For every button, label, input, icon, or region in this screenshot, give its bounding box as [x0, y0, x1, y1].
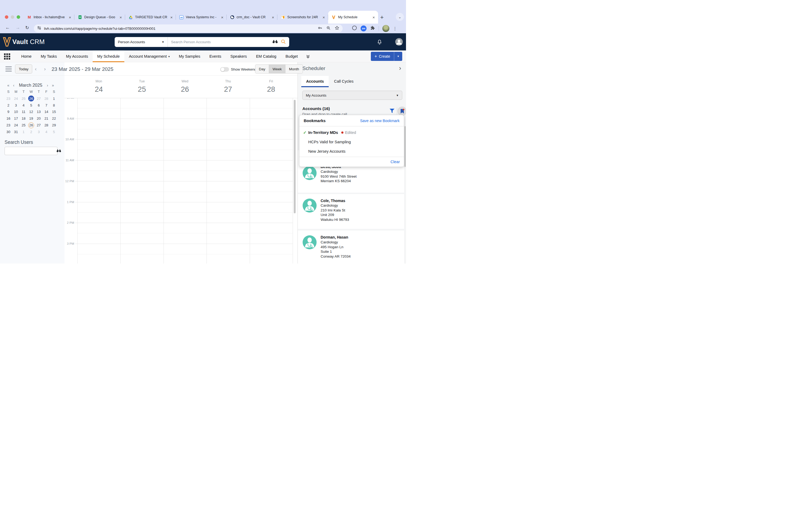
date-range-title: 23 Mar 2025 - 29 Mar 2025	[52, 66, 113, 72]
time-label: 2 PM	[62, 221, 74, 224]
today-button[interactable]: Today	[15, 64, 32, 74]
time-label: 10 AM	[62, 138, 74, 141]
account-specialty: Cardiology	[321, 240, 338, 244]
bookmark-item[interactable]: HCPs Valid for Sampling	[300, 139, 404, 145]
toolbar-divider	[0, 75, 298, 76]
prev-week-icon[interactable]: ‹	[35, 66, 37, 72]
calendar-scrollbar[interactable]	[294, 100, 296, 213]
day-number: 28	[250, 85, 293, 94]
view-week-button[interactable]: Week	[269, 65, 285, 73]
account-specialty: Cardiology	[321, 204, 338, 207]
bookmarks-popup: Bookmarks Save as new Bookmark ✓In-Terri…	[299, 115, 404, 167]
day-name: Tue	[120, 79, 163, 83]
account-name: Dorman, Hasan	[321, 235, 348, 239]
day-name: Mon	[77, 79, 120, 83]
calendar-menu-icon[interactable]	[5, 66, 12, 73]
scheduler-title: Scheduler	[302, 65, 325, 71]
accounts-count: Accounts (16)	[302, 106, 330, 111]
tab-call-cycles[interactable]: Call Cycles	[334, 79, 354, 84]
account-address-line: Wailuku HI 96793	[321, 217, 349, 222]
day-header-row: Mon24Tue25Wed26Thu27Fri28	[64, 76, 298, 98]
day-header-tue[interactable]: Tue25	[120, 76, 163, 94]
bookmark-label: HCPs Valid for Sampling	[308, 140, 351, 144]
day-name: Wed	[163, 79, 206, 83]
bookmarks-popup-header: Bookmarks Save as new Bookmark	[300, 115, 404, 126]
accounts-filter-select[interactable]: My Accounts ▼	[302, 91, 402, 100]
view-day-button[interactable]: Day	[255, 65, 269, 73]
day-header-mon[interactable]: Mon24	[77, 76, 120, 94]
day-name: Fri	[250, 79, 293, 83]
filter-icon[interactable]	[389, 108, 395, 114]
clear-link[interactable]: Clear	[390, 160, 400, 164]
bookmark-status: Edited	[345, 131, 356, 135]
panel-scrollbar[interactable]	[404, 126, 406, 167]
account-address-line: 9100 West 74th Street	[321, 175, 357, 178]
edited-dot-icon	[341, 132, 344, 134]
account-address-line: Conway AR 72034	[321, 254, 351, 258]
account-address-line: Suite 1	[321, 250, 332, 254]
week-grid[interactable]	[77, 98, 293, 264]
screen: MInbox - liv.halom@ve×Design Queue - Goo…	[0, 0, 406, 264]
show-weekend-label: Show Weekend	[231, 67, 256, 71]
bookmark-label: New Jersey Accounts	[308, 149, 346, 153]
time-label: 4 PM	[62, 263, 74, 264]
bookmark-label: In-Territory MDs	[308, 131, 338, 135]
day-number: 26	[163, 85, 206, 94]
time-label: 3 PM	[62, 242, 74, 245]
account-card[interactable]: Dorman, HasanCardiology495 Hogan LnSuite…	[298, 230, 404, 264]
view-switcher: DayWeekMonth	[255, 64, 303, 74]
tab-accounts[interactable]: Accounts	[306, 79, 324, 84]
day-number: 25	[120, 85, 163, 94]
account-address-line: Merriam KS 66204	[321, 179, 351, 183]
day-name: Thu	[206, 79, 249, 83]
day-column-line	[293, 98, 293, 264]
check-icon: ✓	[303, 130, 308, 135]
time-label: 11 AM	[62, 159, 74, 162]
account-address-line: 495 Hogan Ln	[321, 245, 344, 249]
next-week-icon[interactable]: ›	[44, 66, 46, 72]
accounts-filter-value: My Accounts	[306, 93, 327, 97]
doctor-avatar-icon	[303, 199, 317, 214]
account-card[interactable]: Cole, ThomasCardiology210 Imi Kala StUni…	[298, 194, 404, 229]
doctor-avatar-icon	[303, 166, 317, 181]
accounts-tab-underline	[301, 86, 329, 87]
day-header-fri[interactable]: Fri28	[250, 76, 293, 94]
account-name: Cole, Thomas	[321, 199, 345, 203]
account-address-line: 210 Imi Kala St	[321, 208, 345, 212]
view-month-button[interactable]: Month	[285, 65, 303, 73]
bookmarks-icon[interactable]	[397, 107, 406, 116]
day-header-thu[interactable]: Thu27	[206, 76, 249, 94]
day-number: 24	[77, 85, 120, 94]
bookmarks-title: Bookmarks	[304, 118, 326, 123]
account-address-line: Unit 209	[321, 213, 334, 217]
time-label: 12 PM	[62, 180, 74, 183]
save-as-new-bookmark-link[interactable]: Save as new Bookmark	[360, 119, 400, 123]
bookmark-item[interactable]: ✓In-Territory MDsEdited	[300, 130, 404, 136]
day-number: 27	[206, 85, 249, 94]
day-header-wed[interactable]: Wed26	[163, 76, 206, 94]
time-label: 1 PM	[62, 200, 74, 204]
bookmark-item[interactable]: New Jersey Accounts	[300, 148, 404, 154]
collapse-panel-icon[interactable]: ›	[399, 64, 401, 72]
time-label: 9 AM	[62, 117, 74, 120]
doctor-avatar-icon	[303, 235, 317, 250]
show-weekend-toggle[interactable]	[220, 67, 229, 72]
account-specialty: Cardiology	[321, 169, 338, 174]
chevron-down-icon: ▼	[396, 94, 399, 97]
